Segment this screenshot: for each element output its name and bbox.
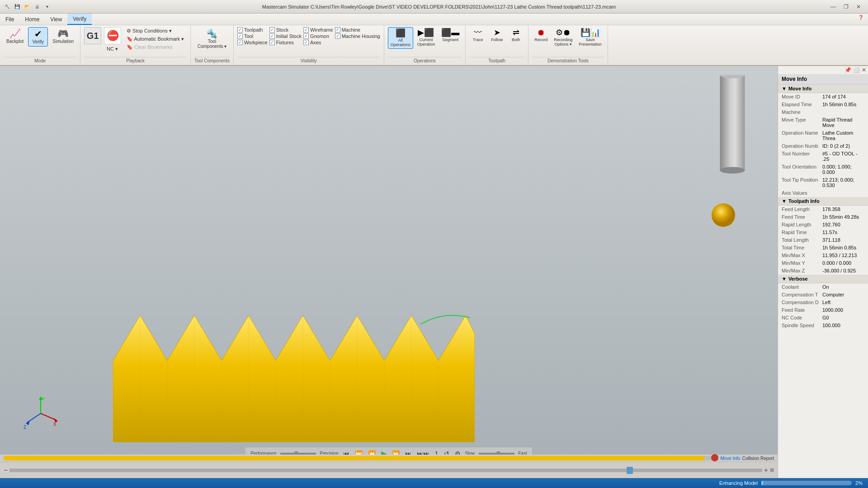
panel-pin-button[interactable]: 📌 <box>844 67 851 73</box>
machine-housing-checkbox[interactable]: Machine Housing <box>335 33 380 39</box>
menu-file[interactable]: File <box>0 14 19 25</box>
row-comp-dir: Compensation D Left <box>778 299 868 306</box>
move-id-value: 174 of 174 <box>822 94 864 99</box>
segment-button[interactable]: ⬛▬ Segment <box>439 27 462 43</box>
row-spindle-speed: Spindle Speed 100.000 <box>778 322 868 329</box>
row-operation-number: Operation Numb ID: 0 (2 of 2) <box>778 142 868 150</box>
trace-button[interactable]: 〰 Trace <box>469 27 486 43</box>
panel-float-button[interactable]: ⬜ <box>853 67 860 73</box>
row-tool-number: Tool Number #5 - OD TOOL - .25 <box>778 150 868 163</box>
stop-icon: ⛔ <box>107 30 119 42</box>
feed-length-value: 178.358 <box>822 206 864 212</box>
viewport[interactable]: Y X Z Performance Precision ⏮ ⏭️ ⏪ ▶ ⏩ <box>0 66 778 478</box>
stop-button[interactable]: ⛔ <box>104 27 121 44</box>
axes-cb-icon <box>303 40 309 45</box>
dropdown-icon[interactable]: ▾ <box>43 3 51 10</box>
stock-cb-icon <box>269 27 275 33</box>
tool-components-button[interactable]: 🔩 ToolComponents ▾ <box>195 27 229 51</box>
axes-checkbox[interactable]: Axes <box>303 40 333 45</box>
backplot-button[interactable]: 📈 Backplot <box>4 27 26 46</box>
operation-name-value: Lathe Custom Threa <box>822 130 864 141</box>
ribbon-group-toolpath: 〰 Trace ➤ Follow ⇌ Both Toolpath <box>466 25 528 65</box>
menu-view[interactable]: View <box>45 14 67 25</box>
machine-checkbox[interactable]: Machine <box>335 27 380 33</box>
row-feed-time: Feed Time 1h 55min 49.28s <box>778 213 868 221</box>
print-icon[interactable]: 🖨 <box>33 3 41 10</box>
nc-button[interactable]: NC ▾ <box>104 45 121 53</box>
current-operation-button[interactable]: ▶⬛ CurrentOperation <box>415 27 438 48</box>
simulation-label: Simulation <box>52 39 74 44</box>
help-icon[interactable]: ❓ <box>857 14 864 21</box>
collision-report-tab-bottom[interactable]: Collision Report <box>742 456 774 461</box>
collapse-move-icon: ▼ <box>782 86 787 91</box>
spindle-speed-label: Spindle Speed <box>782 323 822 328</box>
minimize-button[interactable]: — <box>827 2 839 11</box>
toolpath-checkbox[interactable]: Toolpath <box>237 27 268 33</box>
tl-plus-button[interactable]: + <box>764 466 768 474</box>
machine-cb-icon <box>335 27 340 33</box>
tl-expand-button[interactable]: ⊞ <box>770 467 774 473</box>
save-presentation-button[interactable]: 💾📊 SavePresentation <box>576 27 604 48</box>
section-toolpath-info[interactable]: ▼ Toolpath Info <box>778 197 868 206</box>
stock-checkbox[interactable]: Stock <box>269 27 302 33</box>
titlebar-left: 🔧 💾 📂 🖨 ▾ <box>4 3 51 10</box>
row-machine: Machine <box>778 108 868 116</box>
workpiece-checkbox[interactable]: Workpiece <box>237 40 268 45</box>
close-button[interactable]: ✕ <box>853 2 864 11</box>
gnomon-checkbox[interactable]: Gnomon <box>303 33 333 39</box>
save-icon[interactable]: 💾 <box>14 3 21 10</box>
recording-options-button[interactable]: ⚙⏺ RecordingOptions ▾ <box>552 27 575 48</box>
fixtures-checkbox[interactable]: Fixtures <box>269 40 302 45</box>
ribbon-group-demo-tools: ⏺ Record ⚙⏺ RecordingOptions ▾ 💾📊 SavePr… <box>528 25 608 65</box>
all-ops-label: AllOperations <box>391 38 410 47</box>
feed-time-value: 1h 55min 49.28s <box>822 214 864 220</box>
svg-line-19 <box>41 413 57 420</box>
section-verbose[interactable]: ▼ Verbose <box>778 275 868 283</box>
collapse-toolpath-icon: ▼ <box>782 198 787 204</box>
svg-point-2 <box>720 167 745 174</box>
timeline2-track[interactable] <box>9 469 762 472</box>
record-button[interactable]: ⏺ Record <box>532 27 550 43</box>
panel-title[interactable]: Move Info <box>778 74 868 84</box>
ribbon-group-tool-components: 🔩 ToolComponents ▾ Tool Components <box>191 25 234 65</box>
wireframe-cb-icon <box>303 27 309 33</box>
move-info-tab-bottom[interactable]: Move Info <box>720 456 740 461</box>
timeline-row2: − + ⊞ <box>0 462 778 478</box>
performance-slider[interactable] <box>280 453 316 455</box>
clear-bookmarks-button[interactable]: 🔖 Clear Bookmarks <box>124 43 187 51</box>
folder-icon[interactable]: 📂 <box>24 3 31 10</box>
speed-slider[interactable] <box>478 453 514 455</box>
all-operations-button[interactable]: ⬛ AllOperations <box>388 27 413 49</box>
toolpath-info-rows: Feed Length 178.358 Feed Time 1h 55min 4… <box>778 206 868 275</box>
current-op-icon: ▶⬛ <box>418 28 434 38</box>
section-verbose-label: Verbose <box>788 276 808 282</box>
timeline2-thumb[interactable] <box>627 467 633 474</box>
svg-text:Z: Z <box>24 425 26 430</box>
menu-home[interactable]: Home <box>19 14 45 25</box>
panel-close-button[interactable]: ✕ <box>862 67 866 73</box>
ribbon-group-playback: G1 ⛔ NC ▾ ⚙ Stop Conditions ▾ 🔖 Automati… <box>80 25 191 65</box>
tool-checkbox[interactable]: Tool <box>237 33 268 39</box>
verify-button[interactable]: ✔ Verify <box>28 27 48 47</box>
move-type-label: Move Type <box>782 117 822 122</box>
visibility-group-label: Visibility <box>237 57 380 63</box>
rapid-time-label: Rapid Time <box>782 230 822 235</box>
initial-stock-checkbox[interactable]: Initial Stock <box>269 33 302 39</box>
verify-icon: ✔ <box>34 29 42 38</box>
simulation-button[interactable]: 🎮 Simulation <box>50 27 76 46</box>
section-move-info[interactable]: ▼ Move Info <box>778 84 868 93</box>
both-button[interactable]: ⇌ Both <box>507 27 524 43</box>
automatic-bookmark-button[interactable]: 🔖 Automatic Bookmark ▾ <box>124 35 187 43</box>
wireframe-checkbox[interactable]: Wireframe <box>303 27 333 33</box>
timeline-row1: Move Info Collision Report <box>0 455 778 462</box>
timeline-track[interactable] <box>4 456 718 460</box>
stop-conditions-button[interactable]: ⚙ Stop Conditions ▾ <box>124 27 187 35</box>
timeline-handle[interactable] <box>711 454 718 461</box>
menu-verify[interactable]: Verify <box>67 14 92 25</box>
follow-button[interactable]: ➤ Follow <box>488 27 505 43</box>
min-max-x-label: Min/Max X <box>782 253 822 258</box>
tool-components-label: ToolComponents ▾ <box>198 39 226 49</box>
tl-minus-button[interactable]: − <box>4 466 8 474</box>
initial-stock-cb-icon <box>269 33 275 39</box>
maximize-button[interactable]: ❐ <box>840 2 852 11</box>
